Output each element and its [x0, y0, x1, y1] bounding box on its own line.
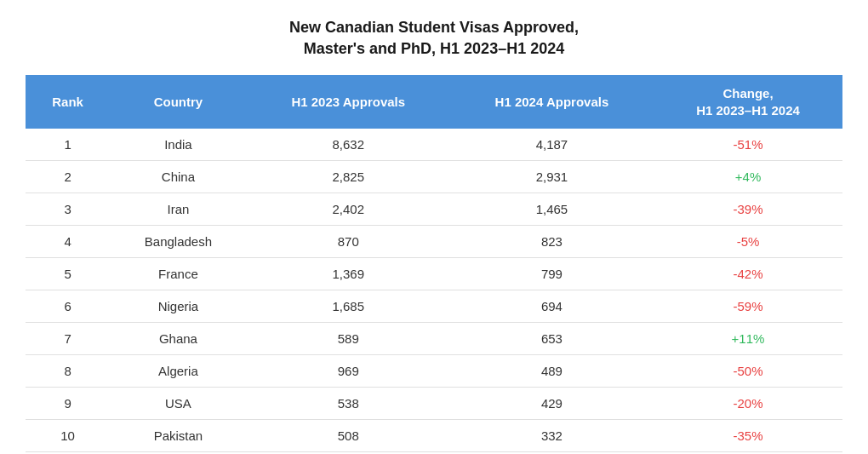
- data-table: Rank Country H1 2023 Approvals H1 2024 A…: [26, 75, 842, 452]
- cell-rank: 3: [26, 193, 110, 226]
- table-row: 8Algeria969489-50%: [26, 355, 842, 388]
- cell-change: -59%: [654, 290, 842, 323]
- cell-change: -42%: [654, 258, 842, 290]
- cell-change: +11%: [654, 323, 842, 355]
- cell-change: -51%: [654, 129, 842, 161]
- cell-rank: 4: [26, 226, 110, 258]
- table-row: 7Ghana589653+11%: [26, 323, 842, 355]
- main-container: New Canadian Student Visas Approved, Mas…: [0, 0, 868, 454]
- table-row: 4Bangladesh870823-5%: [26, 226, 842, 258]
- cell-h1-2024: 429: [450, 388, 654, 420]
- cell-country: China: [110, 161, 247, 193]
- cell-h1-2024: 489: [450, 355, 654, 388]
- cell-country: USA: [110, 388, 247, 420]
- cell-h1-2023: 508: [247, 420, 450, 452]
- table-row: 5France1,369799-42%: [26, 258, 842, 290]
- cell-h1-2023: 969: [247, 355, 450, 388]
- chart-title: New Canadian Student Visas Approved, Mas…: [26, 17, 842, 60]
- cell-h1-2024: 332: [450, 420, 654, 452]
- cell-rank: 6: [26, 290, 110, 323]
- title-line2: Master's and PhD, H1 2023–H1 2024: [304, 40, 564, 57]
- cell-h1-2024: 799: [450, 258, 654, 290]
- cell-country: Iran: [110, 193, 247, 226]
- cell-change: -39%: [654, 193, 842, 226]
- cell-country: Pakistan: [110, 420, 247, 452]
- table-row: 6Nigeria1,685694-59%: [26, 290, 842, 323]
- table-row: 2China2,8252,931+4%: [26, 161, 842, 193]
- col-header-country: Country: [110, 75, 247, 129]
- cell-change: -50%: [654, 355, 842, 388]
- cell-h1-2023: 8,632: [247, 129, 450, 161]
- table-row: 1India8,6324,187-51%: [26, 129, 842, 161]
- cell-change: +4%: [654, 161, 842, 193]
- cell-rank: 8: [26, 355, 110, 388]
- cell-rank: 2: [26, 161, 110, 193]
- cell-h1-2023: 1,369: [247, 258, 450, 290]
- cell-change: -35%: [654, 420, 842, 452]
- cell-rank: 7: [26, 323, 110, 355]
- table-header-row: Rank Country H1 2023 Approvals H1 2024 A…: [26, 75, 842, 129]
- cell-h1-2024: 1,465: [450, 193, 654, 226]
- cell-h1-2024: 2,931: [450, 161, 654, 193]
- cell-h1-2024: 823: [450, 226, 654, 258]
- cell-h1-2023: 589: [247, 323, 450, 355]
- cell-h1-2023: 2,825: [247, 161, 450, 193]
- cell-country: Algeria: [110, 355, 247, 388]
- cell-h1-2024: 653: [450, 323, 654, 355]
- cell-country: Nigeria: [110, 290, 247, 323]
- cell-h1-2023: 2,402: [247, 193, 450, 226]
- cell-h1-2023: 538: [247, 388, 450, 420]
- table-row: 10Pakistan508332-35%: [26, 420, 842, 452]
- cell-rank: 9: [26, 388, 110, 420]
- cell-country: Bangladesh: [110, 226, 247, 258]
- cell-rank: 10: [26, 420, 110, 452]
- title-line1: New Canadian Student Visas Approved,: [289, 19, 579, 36]
- table-row: 9USA538429-20%: [26, 388, 842, 420]
- cell-country: India: [110, 129, 247, 161]
- cell-h1-2024: 4,187: [450, 129, 654, 161]
- cell-h1-2024: 694: [450, 290, 654, 323]
- cell-h1-2023: 1,685: [247, 290, 450, 323]
- cell-country: Ghana: [110, 323, 247, 355]
- col-header-h1-2023: H1 2023 Approvals: [247, 75, 450, 129]
- table-row: 3Iran2,4021,465-39%: [26, 193, 842, 226]
- col-header-h1-2024: H1 2024 Approvals: [450, 75, 654, 129]
- cell-h1-2023: 870: [247, 226, 450, 258]
- col-header-change: Change,H1 2023–H1 2024: [654, 75, 842, 129]
- cell-rank: 5: [26, 258, 110, 290]
- col-header-rank: Rank: [26, 75, 110, 129]
- cell-rank: 1: [26, 129, 110, 161]
- cell-country: France: [110, 258, 247, 290]
- cell-change: -5%: [654, 226, 842, 258]
- cell-change: -20%: [654, 388, 842, 420]
